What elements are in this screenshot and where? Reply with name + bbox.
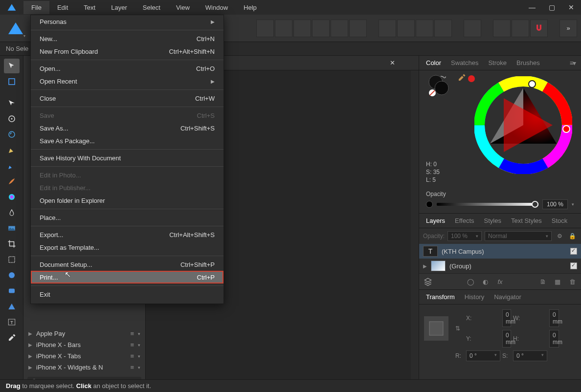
- tab-swatches[interactable]: Swatches: [447, 57, 482, 68]
- menu-item-new[interactable]: New...Ctrl+N: [31, 32, 223, 45]
- menu-item-personas[interactable]: Personas▶: [31, 15, 223, 28]
- menu-item-export-as-template[interactable]: Export as Template...: [31, 241, 223, 254]
- menu-layer[interactable]: Layer: [103, 1, 135, 14]
- transform-s[interactable]: 0 °▾: [513, 350, 547, 361]
- rotate-cw-button[interactable]: [434, 20, 452, 37]
- transform-y[interactable]: 0 mm: [502, 330, 511, 348]
- menu-item-save-as[interactable]: Save As...Ctrl+Shift+S: [31, 122, 223, 134]
- transform-r[interactable]: 0 °▾: [466, 350, 500, 361]
- layer-lock-icon[interactable]: 🔒: [567, 231, 577, 241]
- move-tool[interactable]: [4, 59, 20, 73]
- menu-help[interactable]: Help: [236, 1, 265, 14]
- tab-stock[interactable]: Stock: [548, 215, 572, 226]
- eyedropper-icon[interactable]: [457, 73, 466, 84]
- delete-layer-icon[interactable]: 🗑: [567, 277, 577, 286]
- picker-swatch[interactable]: [468, 75, 475, 82]
- align-left-button[interactable]: [256, 20, 274, 37]
- align-top-button[interactable]: [312, 20, 330, 37]
- document-tab-close[interactable]: ✕: [390, 59, 413, 66]
- ellipse-tool[interactable]: [4, 268, 20, 283]
- asset-category[interactable]: ▶iPhone X - Widgets & N≡▾: [23, 362, 145, 373]
- layer-visibility-checkbox[interactable]: [570, 248, 577, 255]
- transform-w[interactable]: 0 mm: [549, 309, 559, 327]
- menu-select[interactable]: Select: [135, 1, 168, 14]
- close-button[interactable]: ✕: [561, 0, 581, 15]
- transform-h[interactable]: 0 mm: [549, 330, 559, 348]
- flip-v-button[interactable]: [397, 20, 415, 37]
- tab-text-styles[interactable]: Text Styles: [507, 215, 546, 226]
- align-right-button[interactable]: [293, 20, 311, 37]
- opacity-dropdown[interactable]: ▾: [572, 202, 574, 207]
- anchor-selector[interactable]: [424, 316, 448, 341]
- link-icon[interactable]: ⇅: [455, 325, 464, 332]
- crop-tool[interactable]: [4, 237, 20, 251]
- layer-opacity-select[interactable]: 100 %▾: [447, 231, 482, 241]
- eyedropper-tool[interactable]: [4, 330, 20, 345]
- menu-item-print[interactable]: Print...Ctrl+P: [31, 271, 223, 283]
- transform-x[interactable]: 0 mm: [502, 309, 511, 327]
- color-swatches[interactable]: [426, 73, 455, 104]
- asset-menu-icon[interactable]: ≡: [130, 330, 133, 337]
- tab-effects[interactable]: Effects: [451, 215, 478, 226]
- tab-stroke[interactable]: Stroke: [484, 57, 511, 68]
- menu-text[interactable]: Text: [76, 1, 103, 14]
- opacity-value[interactable]: 100 %: [542, 199, 568, 209]
- mask-icon[interactable]: ◯: [466, 277, 476, 286]
- brush-tool[interactable]: [4, 174, 20, 189]
- point-transform-tool[interactable]: [4, 111, 20, 126]
- blend-mode-select[interactable]: Normal▾: [485, 231, 552, 241]
- grid-toggle[interactable]: [493, 20, 511, 37]
- layer-row[interactable]: T(KTH Campus): [419, 244, 581, 259]
- node-tool[interactable]: [4, 96, 20, 110]
- asset-menu-icon[interactable]: ≡: [130, 352, 133, 360]
- menu-item-open-recent[interactable]: Open Recent▶: [31, 75, 223, 87]
- pen-tool[interactable]: [4, 143, 20, 157]
- artboard-tool[interactable]: [4, 74, 20, 89]
- flip-h-button[interactable]: [379, 20, 396, 37]
- menu-edit[interactable]: Edit: [49, 1, 76, 14]
- menu-item-document-setup[interactable]: Document Setup...Ctrl+Shift+P: [31, 258, 223, 271]
- align-center-v-button[interactable]: [331, 20, 348, 37]
- layer-settings-icon[interactable]: ⚙: [555, 231, 564, 241]
- menu-item-close[interactable]: CloseCtrl+W: [31, 92, 223, 105]
- add-layer-icon[interactable]: 🗎: [538, 277, 548, 286]
- corner-tool[interactable]: [4, 127, 20, 142]
- asset-menu-icon[interactable]: ≡: [130, 341, 133, 348]
- rounded-rect-tool[interactable]: [4, 283, 20, 298]
- align-center-h-button[interactable]: [275, 20, 292, 37]
- menu-item-export[interactable]: Export...Ctrl+Alt+Shift+S: [31, 228, 223, 241]
- opacity-knob[interactable]: [532, 201, 538, 208]
- tab-styles[interactable]: Styles: [480, 215, 505, 226]
- vertical-scrollbar[interactable]: [411, 70, 419, 381]
- add-pixel-layer-icon[interactable]: ▦: [553, 277, 562, 286]
- menu-file[interactable]: File: [23, 1, 49, 14]
- tab-transform[interactable]: Transform: [422, 291, 459, 303]
- menu-view[interactable]: View: [168, 1, 198, 14]
- layers-stack-icon[interactable]: [423, 277, 433, 286]
- color-wheel[interactable]: [474, 76, 572, 175]
- menu-item-save-history-with-document[interactable]: Save History With Document: [31, 152, 223, 164]
- tab-history[interactable]: History: [461, 291, 488, 303]
- transparency-tool[interactable]: [4, 205, 20, 220]
- tab-color[interactable]: Color: [422, 57, 445, 68]
- maximize-button[interactable]: ▢: [542, 0, 561, 15]
- fill-tool[interactable]: [4, 190, 20, 204]
- menu-item-open[interactable]: Open...Ctrl+O: [31, 62, 223, 75]
- triangle-tool[interactable]: [4, 299, 20, 314]
- place-image-tool[interactable]: [4, 221, 20, 236]
- menu-item-new-from-clipboard[interactable]: New From ClipboardCtrl+Alt+Shift+N: [31, 45, 223, 58]
- snapping-toggle[interactable]: [530, 20, 548, 37]
- tab-navigator[interactable]: Navigator: [490, 291, 525, 303]
- panel-menu-icon[interactable]: ≡▾: [567, 59, 578, 67]
- shape-tool[interactable]: [4, 252, 20, 267]
- menu-item-exit[interactable]: Exit: [31, 288, 223, 301]
- layer-row[interactable]: ▶(Group): [419, 259, 581, 273]
- asset-category[interactable]: ▶Apple Pay≡▾: [23, 328, 145, 339]
- minimize-button[interactable]: —: [522, 0, 542, 15]
- menu-item-save-as-package[interactable]: Save As Package...: [31, 134, 223, 147]
- align-bottom-button[interactable]: [349, 20, 367, 37]
- text-tool[interactable]: T: [4, 315, 20, 329]
- rotate-ccw-button[interactable]: [416, 20, 433, 37]
- fx-icon[interactable]: fx: [495, 277, 505, 286]
- asset-category[interactable]: ▶iPhone X - Bars≡▾: [23, 339, 145, 350]
